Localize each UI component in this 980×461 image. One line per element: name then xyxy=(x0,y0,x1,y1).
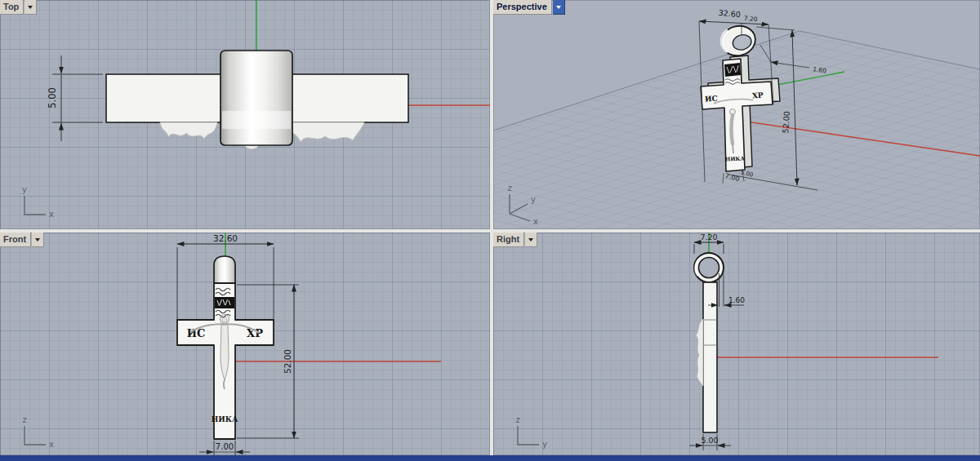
axis-label-x: x xyxy=(49,210,54,219)
viewport-top-canvas[interactable]: 5.00 y x xyxy=(0,0,490,229)
cross-front-view-object[interactable]: ИС ХР НИКА xyxy=(177,256,274,439)
viewport-title-right[interactable]: Right xyxy=(493,233,537,247)
cylinder-highlight xyxy=(222,111,291,129)
viewport-label-right[interactable]: Right xyxy=(493,233,524,247)
axis-label-y: y xyxy=(542,440,547,449)
axis-indicator-right: z y xyxy=(515,415,547,449)
viewport-dropdown-right[interactable] xyxy=(525,233,537,247)
cad-application-window: 5.00 y x Top xyxy=(0,0,980,461)
viewport-perspective[interactable]: ИС ХР НИКА xyxy=(493,0,980,229)
inscription-is: ИС xyxy=(705,94,718,103)
dimension-label-height[interactable]: 52.00 xyxy=(781,111,791,134)
viewport-title-front[interactable]: Front xyxy=(0,233,44,247)
axis-label-y: y xyxy=(531,195,536,204)
bail-cylinder[interactable] xyxy=(220,51,292,145)
axis-label-z: z xyxy=(507,184,511,193)
chevron-down-icon xyxy=(28,6,33,9)
viewport-dropdown-perspective[interactable] xyxy=(553,0,565,15)
viewport-label-front[interactable]: Front xyxy=(0,233,31,247)
relief-profile xyxy=(696,319,703,386)
relief-top-right xyxy=(287,122,364,142)
chevron-down-icon xyxy=(528,238,533,242)
inscription-hr: ХР xyxy=(247,327,263,339)
inscription-nika: НИКА xyxy=(725,155,746,162)
dimension-label-bail[interactable]: 7.20 xyxy=(700,233,717,242)
inscription-hr: ХР xyxy=(752,91,764,100)
dimension-label-stem[interactable]: 7.00 xyxy=(216,442,234,451)
axis-label-z: z xyxy=(515,415,519,424)
viewport-dropdown-front[interactable] xyxy=(32,233,44,247)
viewport-dropdown-top[interactable] xyxy=(24,0,37,15)
axis-label-x: x xyxy=(533,217,538,226)
dimension-label-width[interactable]: 32.60 xyxy=(718,8,741,19)
axis-indicator-top: y x xyxy=(22,185,54,219)
axis-label-y: y xyxy=(22,185,27,194)
bail-front[interactable] xyxy=(214,256,235,283)
dimension-label-height[interactable]: 52.00 xyxy=(283,349,292,374)
bail-ring-hole xyxy=(699,258,719,278)
ornament-band xyxy=(724,63,741,77)
dimension-thickness[interactable]: 5.00 xyxy=(47,55,103,141)
viewport-top[interactable]: 5.00 y x Top xyxy=(0,0,490,229)
axis-label-x: x xyxy=(49,440,54,449)
viewport-right-canvas[interactable]: 7.20 1.60 5.00 z y xyxy=(493,233,980,455)
axis-label-z: z xyxy=(22,415,26,424)
viewport-perspective-canvas[interactable]: ИС ХР НИКА xyxy=(493,0,980,229)
chevron-down-icon xyxy=(35,238,40,242)
viewport-front[interactable]: ИС ХР НИКА xyxy=(0,233,490,455)
viewport-front-canvas[interactable]: ИС ХР НИКА xyxy=(0,233,490,455)
dimension-label-bail[interactable]: 7.20 xyxy=(744,15,759,23)
cross-top-view-object[interactable] xyxy=(106,51,408,149)
axis-indicator-front: z x xyxy=(22,415,54,449)
viewport-title-top[interactable]: Top xyxy=(0,0,37,15)
dimension-label-depth[interactable]: 5.00 xyxy=(701,436,718,445)
dimension-label-width[interactable]: 32.60 xyxy=(213,233,238,243)
viewport-label-top[interactable]: Top xyxy=(0,0,24,15)
viewport-label-perspective[interactable]: Perspective xyxy=(493,0,552,15)
status-bar-strip xyxy=(0,455,980,461)
dimension-label-thickness[interactable]: 5.00 xyxy=(47,87,58,109)
relief-top-left xyxy=(160,122,217,139)
chevron-down-icon xyxy=(556,6,561,9)
viewport-right[interactable]: 7.20 1.60 5.00 z y Right xyxy=(493,233,980,455)
inscription-nika: НИКА xyxy=(212,415,238,423)
viewport-title-perspective[interactable]: Perspective xyxy=(493,0,565,15)
dimension-label-tube[interactable]: 1.60 xyxy=(728,296,745,304)
